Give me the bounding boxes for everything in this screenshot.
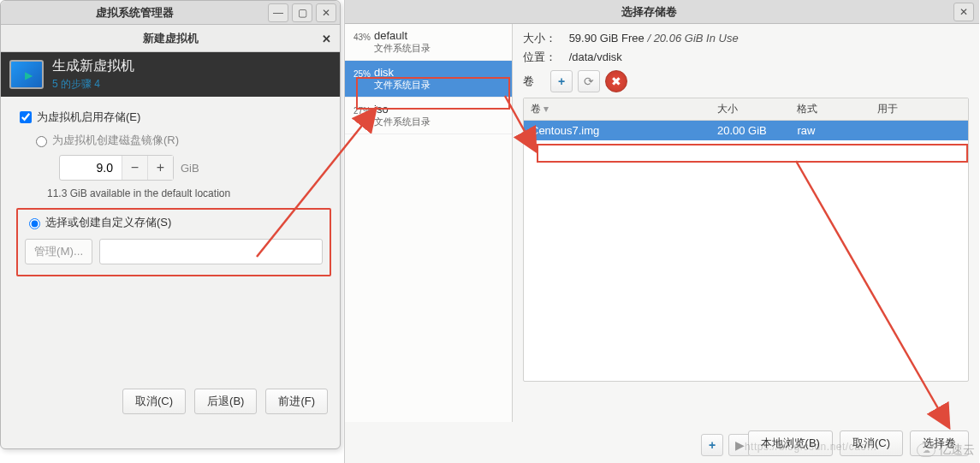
disk-size-row: − + GiB xyxy=(47,155,324,181)
pool-type: 文件系统目录 xyxy=(374,116,431,128)
volume-format: raw xyxy=(790,121,870,141)
forward-button[interactable]: 前进(F) xyxy=(265,389,328,414)
vm-titlebar: 虚拟系统管理器 — ▢ ✕ xyxy=(1,1,340,25)
refresh-icon: ⟳ xyxy=(584,74,594,88)
pool-detail: 大小： 59.90 GiB Free / 20.06 GiB In Use 位置… xyxy=(513,24,979,422)
close-icon: ✕ xyxy=(959,6,968,18)
brand-watermark: ☁ 亿速云 xyxy=(917,442,975,458)
pool-type: 文件系统目录 xyxy=(374,42,431,55)
col-volume[interactable]: 卷 xyxy=(524,98,710,121)
close-button[interactable]: ✕ xyxy=(316,3,336,22)
available-space-hint: 11.3 GiB available in the default locati… xyxy=(47,187,324,199)
location-meta: 位置： /data/vdisk xyxy=(523,50,969,65)
col-used-for[interactable]: 用于 xyxy=(870,98,968,121)
cancel-button[interactable]: 取消(C) xyxy=(122,389,186,414)
play-icon: ▶ xyxy=(735,438,745,452)
refresh-volumes-button[interactable]: ⟳ xyxy=(578,70,600,92)
add-pool-button[interactable]: + xyxy=(701,434,723,456)
volume-used-for xyxy=(870,121,968,141)
enable-storage-checkbox[interactable] xyxy=(20,111,32,123)
dialog-close-button[interactable]: ✕ xyxy=(318,30,335,47)
volume-table: 卷 大小 格式 用于 Centous7.img 20.00 GiB raw xyxy=(524,98,968,140)
banner-step: 5 的步骤 4 xyxy=(52,77,134,92)
maximize-button[interactable]: ▢ xyxy=(292,3,312,22)
vm-window-title: 虚拟系统管理器 xyxy=(1,5,268,21)
manage-row: 管理(M)... xyxy=(25,239,323,264)
pool-usage-percent: 27% xyxy=(348,103,371,116)
storage-chooser-window: 选择存储卷 ✕ 43% default 文件系统目录 25% disk 文件系统… xyxy=(344,0,979,463)
minus-icon: − xyxy=(131,160,139,175)
plus-icon: + xyxy=(709,438,716,452)
location-label: 位置： xyxy=(523,50,566,65)
pool-type: 文件系统目录 xyxy=(374,79,431,92)
custom-storage-label: 选择或创建自定义存储(S) xyxy=(45,215,171,230)
back-button[interactable]: 后退(B) xyxy=(194,389,257,414)
blog-watermark: https://blog.csdn.net/cao… xyxy=(745,441,877,453)
pool-item-default[interactable]: 43% default 文件系统目录 xyxy=(345,24,512,61)
spinner-minus-button[interactable]: − xyxy=(122,156,147,180)
delete-icon: ✖ xyxy=(611,74,621,88)
size-label: 大小： xyxy=(523,31,566,46)
pool-item-iso[interactable]: 27% iso 文件系统目录 xyxy=(345,98,512,134)
spinner-plus-button[interactable]: + xyxy=(147,156,173,180)
monitor-icon xyxy=(9,60,44,89)
wizard-button-bar: 取消(C) 后退(B) 前进(F) xyxy=(122,389,328,414)
create-disk-label: 为虚拟机创建磁盘镜像(R) xyxy=(52,133,179,148)
banner-title: 生成新虚拟机 xyxy=(52,57,134,75)
volume-table-wrap: 卷 大小 格式 用于 Centous7.img 20.00 GiB raw xyxy=(523,98,969,382)
pool-name: default xyxy=(374,29,431,42)
add-volume-button[interactable]: + xyxy=(550,70,573,92)
pool-usage-percent: 43% xyxy=(348,29,371,42)
plus-icon: + xyxy=(558,74,565,88)
dialog-header: 新建虚拟机 ✕ xyxy=(1,25,340,52)
volume-row[interactable]: Centous7.img 20.00 GiB raw xyxy=(524,121,968,141)
create-disk-row: 为虚拟机创建磁盘镜像(R) xyxy=(32,133,324,148)
storage-body: 43% default 文件系统目录 25% disk 文件系统目录 27% i… xyxy=(345,24,979,422)
storage-window-title: 选择存储卷 xyxy=(345,4,953,20)
size-used: 20.06 GiB In Use xyxy=(654,32,739,45)
maximize-icon: ▢ xyxy=(298,7,307,19)
minimize-button[interactable]: — xyxy=(268,3,288,22)
storage-form: 为虚拟机启用存储(E) 为虚拟机创建磁盘镜像(R) − + GiB 11.3 G… xyxy=(1,97,340,288)
vol-label: 卷 xyxy=(523,74,545,89)
volume-toolbar: 卷 + ⟳ ✖ xyxy=(523,70,969,92)
dialog-title: 新建虚拟机 xyxy=(143,31,199,46)
size-free: 59.90 GiB Free xyxy=(569,32,644,45)
wizard-banner: 生成新虚拟机 5 的步骤 4 xyxy=(1,52,340,97)
col-format[interactable]: 格式 xyxy=(790,98,870,121)
size-meta: 大小： 59.90 GiB Free / 20.06 GiB In Use xyxy=(523,31,969,46)
storage-close-button[interactable]: ✕ xyxy=(953,3,974,21)
enable-storage-row: 为虚拟机启用存储(E) xyxy=(16,109,324,126)
volume-name: Centous7.img xyxy=(524,121,710,141)
size-sep: / xyxy=(644,32,654,45)
storage-titlebar: 选择存储卷 ✕ xyxy=(345,0,979,24)
custom-storage-path-input[interactable] xyxy=(99,239,323,264)
create-disk-radio[interactable] xyxy=(36,136,47,147)
pool-item-disk[interactable]: 25% disk 文件系统目录 xyxy=(345,61,512,98)
close-icon: ✕ xyxy=(322,33,331,45)
disk-size-input[interactable] xyxy=(60,161,122,175)
custom-storage-radio[interactable] xyxy=(29,218,40,229)
custom-storage-group: 选择或创建自定义存储(S) 管理(M)... xyxy=(16,208,331,276)
plus-icon: + xyxy=(157,160,164,175)
volume-size: 20.00 GiB xyxy=(710,121,790,141)
close-icon: ✕ xyxy=(322,7,330,19)
custom-storage-row: 选择或创建自定义存储(S) xyxy=(25,215,323,230)
banner-text: 生成新虚拟机 5 的步骤 4 xyxy=(52,57,134,92)
disk-size-spinner: − + xyxy=(59,155,174,181)
enable-storage-label: 为虚拟机启用存储(E) xyxy=(37,110,140,125)
delete-volume-button[interactable]: ✖ xyxy=(605,70,627,92)
manage-button[interactable]: 管理(M)... xyxy=(25,239,92,264)
cloud-icon: ☁ xyxy=(917,443,935,457)
pool-name: disk xyxy=(374,66,431,79)
col-size[interactable]: 大小 xyxy=(710,98,790,121)
disk-size-unit: GiB xyxy=(181,162,199,175)
brand-text: 亿速云 xyxy=(939,442,975,458)
location-value: /data/vdisk xyxy=(569,50,622,63)
minimize-icon: — xyxy=(273,7,283,19)
pool-name: iso xyxy=(374,103,431,116)
pool-list: 43% default 文件系统目录 25% disk 文件系统目录 27% i… xyxy=(345,24,513,422)
virt-manager-window: 虚拟系统管理器 — ▢ ✕ 新建虚拟机 ✕ 生成新虚拟机 5 的步骤 4 为虚拟… xyxy=(0,0,341,449)
pool-usage-percent: 25% xyxy=(348,66,371,79)
